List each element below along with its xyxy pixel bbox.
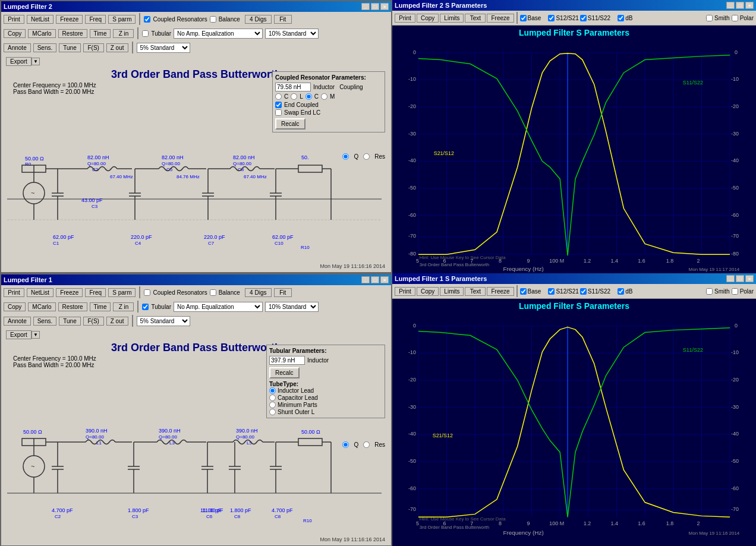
f1-inductor-input[interactable]: [269, 356, 305, 365]
f1-coupled-label[interactable]: Coupled Resonators: [153, 289, 207, 296]
mcarlo-button[interactable]: MCarlo: [28, 29, 55, 38]
export-button[interactable]: Export: [6, 57, 32, 66]
print-button[interactable]: Print: [4, 15, 24, 24]
coupled-resonators-cb[interactable]: [144, 16, 150, 23]
s12s21-cb1[interactable]: [548, 288, 555, 295]
c-radio[interactable]: [275, 93, 282, 100]
sparam2-freeze[interactable]: Freeze: [487, 14, 514, 23]
l-radio[interactable]: [291, 93, 297, 100]
f1-tune[interactable]: Tune: [59, 317, 80, 326]
f1-restore[interactable]: Restore: [58, 302, 87, 311]
polar-cb2[interactable]: [732, 15, 738, 21]
annote-button[interactable]: Annote: [4, 43, 31, 52]
f1-print[interactable]: Print: [4, 288, 24, 297]
m-radio[interactable]: [321, 93, 327, 100]
s12s21-cb2[interactable]: [548, 15, 555, 21]
sparam1-limits[interactable]: Limits: [440, 287, 464, 296]
sparam2-copy[interactable]: Copy: [417, 14, 439, 23]
f1-close[interactable]: ×: [380, 276, 389, 283]
db-cb1[interactable]: [618, 288, 624, 295]
base-cb2[interactable]: [520, 15, 527, 21]
svg-text:1.8: 1.8: [666, 520, 673, 526]
f1-mcarlo[interactable]: MCarlo: [28, 302, 55, 311]
amp-equalization-select[interactable]: No Amp. Equalization: [174, 29, 263, 39]
sparam2-minimize[interactable]: _: [726, 2, 735, 9]
f1-maximize[interactable]: □: [371, 276, 379, 283]
base-cb1[interactable]: [520, 288, 527, 295]
sparam1-freeze[interactable]: Freeze: [487, 287, 514, 296]
svg-text:-50: -50: [408, 185, 416, 191]
fs-button[interactable]: F(S): [83, 43, 104, 52]
f1-std-select[interactable]: 10% Standard: [265, 302, 319, 312]
f1-fs[interactable]: F(S): [83, 317, 104, 326]
inductor-value-input[interactable]: [275, 83, 311, 91]
f1-coupled-cb[interactable]: [144, 289, 150, 296]
sparam2-close[interactable]: ×: [745, 2, 754, 9]
copy-button[interactable]: Copy: [4, 29, 26, 38]
f1-export-btn[interactable]: Export: [6, 330, 32, 339]
sens-button[interactable]: Sens.: [33, 43, 57, 52]
coupled-resonators-label[interactable]: Coupled Resonators: [153, 16, 207, 23]
netlist-button[interactable]: NetList: [27, 15, 53, 24]
sparam1-close[interactable]: ×: [745, 275, 754, 282]
f1-time[interactable]: Time: [90, 302, 111, 311]
balance-cb[interactable]: [210, 16, 216, 23]
f1-balance-label[interactable]: Balance: [219, 289, 240, 296]
sparam2-print[interactable]: Print: [395, 14, 415, 23]
db-cb2[interactable]: [618, 15, 624, 21]
f1-minimize[interactable]: _: [361, 276, 370, 283]
sparam1-maximize[interactable]: □: [736, 275, 744, 282]
maximize-btn[interactable]: □: [371, 3, 379, 10]
sparam2-maximize[interactable]: □: [736, 2, 744, 9]
tubular-cb[interactable]: [142, 30, 149, 37]
close-btn[interactable]: ×: [380, 3, 389, 10]
freq-button[interactable]: Freq: [85, 15, 106, 24]
s11s22-cb2[interactable]: [580, 15, 587, 21]
sparam1-print[interactable]: Print: [395, 287, 415, 296]
balance-label[interactable]: Balance: [219, 16, 240, 23]
minimize-btn[interactable]: _: [361, 3, 370, 10]
smith-cb1[interactable]: [706, 288, 713, 295]
f1-balance-cb[interactable]: [210, 289, 216, 296]
std5pct-select[interactable]: 5% Standard: [137, 43, 190, 53]
zin-button[interactable]: Z in: [113, 29, 134, 38]
tubular-label[interactable]: Tubular: [151, 30, 171, 37]
f1-amp-eq-select[interactable]: No Amp. Equalization: [174, 302, 263, 312]
f1-export-dropdown[interactable]: ▼: [32, 331, 40, 339]
f1-5pct-select[interactable]: 5% Standard: [137, 316, 190, 326]
f1-annote[interactable]: Annote: [4, 317, 31, 326]
sparam1-copy[interactable]: Copy: [417, 287, 439, 296]
fit-button[interactable]: Fit: [274, 15, 292, 24]
c2-radio[interactable]: [305, 93, 312, 100]
f1-sens[interactable]: Sens.: [33, 317, 57, 326]
f1-zout[interactable]: Z out: [106, 317, 128, 326]
polar-cb1[interactable]: [732, 288, 738, 295]
zout-button[interactable]: Z out: [106, 43, 128, 52]
time-button[interactable]: Time: [90, 29, 111, 38]
tune-button[interactable]: Tune: [59, 43, 80, 52]
digs4-button[interactable]: 4 Digs: [245, 15, 272, 24]
smith-cb2[interactable]: [706, 15, 713, 21]
sparam1-text[interactable]: Text: [465, 287, 486, 296]
export-dropdown[interactable]: ▼: [32, 58, 40, 65]
f1-tubular-cb[interactable]: [142, 304, 149, 310]
sparam2-limits[interactable]: Limits: [440, 14, 464, 23]
f1-copy[interactable]: Copy: [4, 302, 26, 311]
f1-freq[interactable]: Freq: [85, 288, 106, 297]
sparm-button[interactable]: S parm: [108, 15, 136, 24]
freeze-button[interactable]: Freeze: [56, 15, 83, 24]
f1-netlist[interactable]: NetList: [27, 288, 53, 297]
svg-text:C3: C3: [92, 204, 98, 209]
svg-text:82.00 nH: 82.00 nH: [87, 154, 109, 160]
restore-button[interactable]: Restore: [58, 29, 87, 38]
f1-freeze[interactable]: Freeze: [56, 288, 83, 297]
f1-fit[interactable]: Fit: [274, 288, 292, 297]
sparam2-text[interactable]: Text: [465, 14, 486, 23]
s11s22-cb1[interactable]: [580, 288, 587, 295]
f1-zin[interactable]: Z in: [113, 302, 134, 311]
std-select[interactable]: 10% Standard: [265, 29, 319, 39]
sparam1-minimize[interactable]: _: [726, 275, 735, 282]
f1-digs4[interactable]: 4 Digs: [245, 288, 272, 297]
f1-tubular-label[interactable]: Tubular: [151, 304, 171, 310]
f1-sparm[interactable]: S parm: [108, 288, 136, 297]
